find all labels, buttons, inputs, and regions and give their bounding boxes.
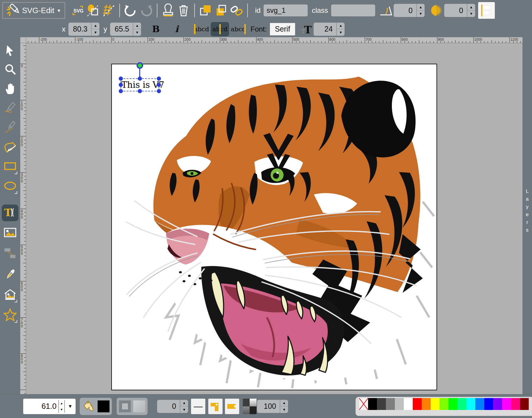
palette-swatch-#3f3f3f[interactable] (377, 398, 386, 410)
palette-swatch-#00ff00[interactable] (448, 398, 457, 410)
tiger-artwork[interactable] (112, 64, 436, 390)
palette-swatch-#ff7f00[interactable] (422, 398, 431, 410)
tool-zoom[interactable] (2, 61, 18, 77)
align-left-button[interactable]: abcd (192, 22, 211, 36)
y-down-icon[interactable]: ▼ (133, 29, 141, 36)
stroke-dash-button[interactable]: — (191, 399, 205, 414)
opacity-down-icon[interactable]: ▼ (280, 406, 288, 413)
zoom-up-icon[interactable]: ▲ (59, 400, 64, 406)
palette-swatch-#7f7f7f[interactable] (386, 398, 395, 410)
angle-down-icon[interactable]: ▼ (417, 11, 425, 17)
move-to-back-button[interactable] (213, 3, 229, 18)
palette-swatch-#bfbfbf[interactable] (395, 398, 404, 410)
zoom-down-icon[interactable]: ▼ (59, 406, 64, 413)
id-input[interactable] (264, 4, 308, 16)
make-link-button[interactable] (229, 3, 244, 18)
class-input[interactable] (331, 4, 375, 16)
angle-icon (378, 3, 394, 18)
resize-handle-nw[interactable] (119, 77, 123, 81)
stroke-linejoin-button[interactable] (208, 399, 223, 414)
tool-path[interactable] (2, 140, 18, 156)
fill-color-swatch[interactable] (98, 400, 109, 412)
tool-ellipse[interactable] (2, 178, 18, 194)
resize-handle-se[interactable] (157, 89, 161, 93)
tool-text[interactable]: T (2, 205, 18, 221)
font-size-value[interactable]: 24 (314, 23, 336, 36)
tool-shape-library[interactable] (2, 287, 18, 302)
opacity-up-icon[interactable]: ▲ (280, 400, 288, 407)
tool-pan[interactable] (2, 81, 18, 96)
palette-swatch-#ff007f[interactable] (511, 398, 520, 410)
angle-value[interactable]: 0 (394, 4, 416, 17)
editor-preferences-button[interactable] (101, 3, 116, 18)
svg-canvas[interactable]: This is V7 (111, 64, 437, 390)
align-right-button[interactable]: abcd (229, 22, 248, 36)
y-up-icon[interactable]: ▲ (133, 23, 141, 29)
tool-star[interactable] (2, 307, 18, 323)
rotate-handle[interactable] (137, 62, 143, 69)
angle-up-icon[interactable]: ▲ (417, 4, 425, 11)
palette-swatch-#7f0000[interactable] (520, 398, 529, 410)
blur-up-icon[interactable]: ▲ (467, 4, 475, 11)
palette-swatch-#ffffff[interactable] (404, 398, 413, 410)
palette-swatch-#00ff7f[interactable] (457, 398, 466, 410)
blur-value[interactable]: 0 (444, 4, 467, 17)
blur-down-icon[interactable]: ▼ (467, 11, 475, 17)
source-editor-button[interactable]: SVG (70, 3, 85, 18)
stroke-style-swatch[interactable] (133, 400, 145, 412)
font-size-up-icon[interactable]: ▲ (337, 23, 345, 29)
stroke-color-swatch[interactable] (119, 400, 131, 412)
tool-rectangle[interactable] (2, 159, 18, 174)
resize-handle-e[interactable] (157, 83, 161, 87)
tool-pencil[interactable] (2, 100, 18, 116)
main-menu-button[interactable]: SVG-Edit ▼ (2, 2, 65, 19)
x-up-icon[interactable]: ▲ (92, 23, 99, 29)
palette-swatch-#007fff[interactable] (475, 398, 484, 410)
zoom-value[interactable]: 61.0 (23, 402, 58, 411)
palette-swatch-#ff00ff[interactable] (502, 398, 511, 410)
x-value[interactable]: 80.3 (68, 23, 91, 36)
stroke-width-down-icon[interactable]: ▼ (180, 406, 188, 413)
palette-swatch-#000000[interactable] (368, 398, 377, 410)
text-anchor-button[interactable] (478, 2, 495, 19)
opacity-value[interactable]: 100 (257, 400, 280, 413)
resize-handle-s[interactable] (138, 89, 142, 93)
resize-handle-sw[interactable] (119, 89, 123, 93)
stroke-width-up-icon[interactable]: ▲ (180, 400, 188, 407)
palette-swatch-#ff0000[interactable] (413, 398, 422, 410)
document-properties-button[interactable] (85, 3, 101, 18)
canvas-workspace[interactable]: -200-10001002003004005006007008009001000… (20, 37, 522, 394)
font-family-button[interactable]: Serif (270, 23, 295, 35)
tool-connector[interactable] (2, 245, 18, 261)
font-size-down-icon[interactable]: ▼ (337, 29, 345, 36)
x-down-icon[interactable]: ▼ (92, 29, 99, 36)
bold-button[interactable]: B (149, 22, 163, 36)
tool-eyedropper[interactable] (2, 267, 18, 282)
redo-button[interactable] (138, 3, 154, 18)
app-title: SVG-Edit (22, 6, 54, 15)
y-value[interactable]: 65.5 (110, 23, 133, 36)
align-center-button[interactable]: abcd (211, 22, 229, 36)
palette-swatch-#0000ff[interactable] (484, 398, 493, 410)
italic-button[interactable]: i (170, 22, 184, 36)
tool-line[interactable] (2, 119, 18, 135)
zoom-dropdown-icon[interactable]: ▼ (65, 404, 76, 409)
palette-swatch-#7f00ff[interactable] (493, 398, 502, 410)
clone-button[interactable] (160, 3, 176, 18)
selection-box (121, 78, 159, 91)
delete-button[interactable] (176, 3, 191, 18)
stroke-width-value[interactable]: 0 (157, 400, 180, 413)
tool-image[interactable] (2, 225, 18, 241)
layers-panel-toggle[interactable]: L a y e r s (522, 37, 532, 394)
palette-swatch-#00ffff[interactable] (466, 398, 475, 410)
move-to-front-button[interactable] (198, 3, 213, 18)
resize-handle-w[interactable] (119, 83, 123, 87)
resize-handle-ne[interactable] (157, 77, 161, 81)
palette-swatch-none[interactable] (359, 398, 368, 410)
palette-swatch-#ffff00[interactable] (431, 398, 439, 410)
stroke-linecap-button[interactable] (225, 399, 239, 414)
tool-select[interactable] (2, 43, 18, 58)
resize-handle-n[interactable] (138, 77, 142, 81)
palette-swatch-#7fff00[interactable] (439, 398, 448, 410)
undo-button[interactable] (123, 3, 138, 18)
